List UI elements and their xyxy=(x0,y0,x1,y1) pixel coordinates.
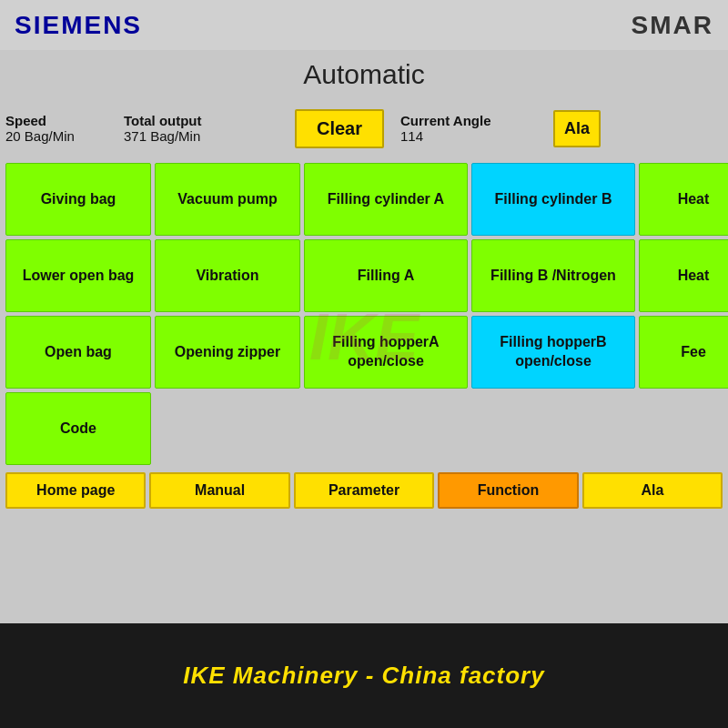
function-button[interactable]: Function xyxy=(438,472,578,509)
empty-3 xyxy=(471,392,635,465)
page-title: Automatic xyxy=(0,50,728,97)
footer-text: IKE Machinery - China factory xyxy=(183,662,544,690)
output-label: Total output xyxy=(124,113,288,128)
footer: IKE Machinery - China factory xyxy=(0,623,728,728)
parameter-button[interactable]: Parameter xyxy=(294,472,434,509)
clear-button[interactable]: Clear xyxy=(295,109,384,148)
filling-hopper-b-cell[interactable]: Filling hopperB open/close xyxy=(471,316,635,389)
filling-cylinder-a-cell[interactable]: Filling cylinder A xyxy=(304,163,468,236)
angle-label: Current Angle xyxy=(400,113,546,128)
clear-button-wrap: Clear xyxy=(295,101,384,156)
siemens-logo: SIEMENS xyxy=(15,11,142,40)
filling-b-nitrogen-cell[interactable]: Filling B /Nitrogen xyxy=(471,239,635,312)
filling-hopper-a-cell[interactable]: Filling hopperA open/close xyxy=(304,316,468,389)
vacuum-pump-cell[interactable]: Vacuum pump xyxy=(155,163,300,236)
empty-1 xyxy=(155,392,300,465)
empty-4 xyxy=(639,392,728,465)
bottom-nav: Home page Manual Parameter Function Ala xyxy=(0,469,728,512)
vibration-cell[interactable]: Vibration xyxy=(155,239,300,312)
angle-block: Current Angle 114 xyxy=(400,101,546,156)
top-bar: SIEMENS SMAR xyxy=(0,0,728,50)
open-bag-cell[interactable]: Open bag xyxy=(5,316,151,389)
brand-text: SMAR xyxy=(632,11,713,40)
output-block: Total output 371 Bag/Min xyxy=(124,101,288,156)
heat-1-cell[interactable]: Heat xyxy=(639,163,728,236)
speed-value: 20 Bag/Min xyxy=(5,128,115,144)
speed-label: Speed xyxy=(5,113,115,128)
opening-zipper-cell[interactable]: Opening zipper xyxy=(155,316,300,389)
manual-button[interactable]: Manual xyxy=(149,472,289,509)
fee-cell[interactable]: Fee xyxy=(639,316,728,389)
function-grid: Giving bag Vacuum pump Filling cylinder … xyxy=(0,159,728,469)
main-screen: IKE Automatic Speed 20 Bag/Min Total out… xyxy=(0,50,728,623)
alarm-button[interactable]: Ala xyxy=(553,110,601,147)
giving-bag-cell[interactable]: Giving bag xyxy=(5,163,151,236)
filling-cylinder-b-cell[interactable]: Filling cylinder B xyxy=(471,163,635,236)
angle-value: 114 xyxy=(400,128,546,144)
alarm-nav-button[interactable]: Ala xyxy=(582,472,723,509)
speed-block: Speed 20 Bag/Min xyxy=(5,101,115,156)
filling-a-cell[interactable]: Filling A xyxy=(304,239,468,312)
lower-open-bag-cell[interactable]: Lower open bag xyxy=(5,239,151,312)
alarm-button-wrap: Ala xyxy=(553,101,723,156)
output-value: 371 Bag/Min xyxy=(124,128,288,144)
home-page-button[interactable]: Home page xyxy=(5,472,146,509)
code-cell[interactable]: Code xyxy=(5,392,151,465)
empty-2 xyxy=(304,392,468,465)
heat-2-cell[interactable]: Heat xyxy=(639,239,728,312)
info-row: Speed 20 Bag/Min Total output 371 Bag/Mi… xyxy=(0,97,728,159)
